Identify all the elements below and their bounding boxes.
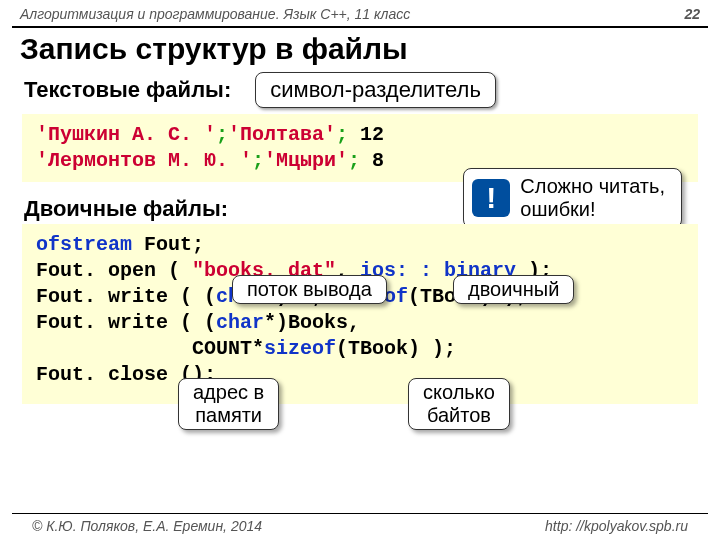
addr-l1: адрес в (193, 381, 264, 403)
l4b: char (216, 311, 264, 334)
page-title: Запись структур в файлы (0, 32, 720, 70)
binary-code: ofstream Fout; Fout. open ( "books. dat"… (22, 224, 698, 404)
alert-l1: Сложно читать, (520, 175, 665, 197)
alert-box: ! Сложно читать, ошибки! (463, 168, 682, 228)
q2a: 'Лермонтов М. Ю. ' (36, 149, 252, 172)
s2b: ; (348, 149, 360, 172)
addr-l2: памяти (193, 404, 264, 427)
alert-l2: ошибки! (520, 198, 595, 220)
divider (12, 26, 708, 28)
l1a: ofstream (36, 233, 132, 256)
l5a (36, 337, 192, 360)
s1: ; (216, 123, 228, 146)
q1a: 'Пушкин А. С. ' (36, 123, 216, 146)
text-files-label: Текстовые файлы: (24, 77, 231, 103)
q2b: 'Мцыри' (264, 149, 348, 172)
l4c: *)Books, (264, 311, 360, 334)
l5b: COUNT* (192, 337, 264, 360)
l2a: Fout. open ( (36, 259, 192, 282)
footer: © К.Ю. Поляков, Е.А. Еремин, 2014 http: … (12, 513, 708, 534)
topbar: Алгоритмизация и программирование. Язык … (0, 0, 720, 26)
overlay-addr: адрес в памяти (178, 378, 279, 430)
page-number: 22 (684, 6, 700, 22)
l3a: Fout. write ( ( (36, 285, 216, 308)
l5c: sizeof (264, 337, 336, 360)
l5d: (TBook) ); (336, 337, 456, 360)
s2: ; (252, 149, 264, 172)
overlay-stream: поток вывода (232, 275, 387, 304)
text-files-header: Текстовые файлы: символ-разделитель (0, 70, 720, 114)
n2: 8 (360, 149, 384, 172)
alert-icon: ! (472, 179, 510, 217)
overlay-binary: двоичный (453, 275, 574, 304)
bytes-l1: сколько (423, 381, 495, 403)
separator-callout: символ-разделитель (255, 72, 496, 108)
q1b: 'Полтава' (228, 123, 336, 146)
site-url: http: //kpolyakov.spb.ru (545, 518, 688, 534)
bytes-l2: байтов (423, 404, 495, 427)
copyright: © К.Ю. Поляков, Е.А. Еремин, 2014 (32, 518, 262, 534)
n1: 12 (348, 123, 384, 146)
overlay-bytes: сколько байтов (408, 378, 510, 430)
l4a: Fout. write ( ( (36, 311, 216, 334)
s1b: ; (336, 123, 348, 146)
alert-text: Сложно читать, ошибки! (520, 175, 665, 221)
course-label: Алгоритмизация и программирование. Язык … (20, 6, 410, 22)
l1b: Fout; (132, 233, 204, 256)
